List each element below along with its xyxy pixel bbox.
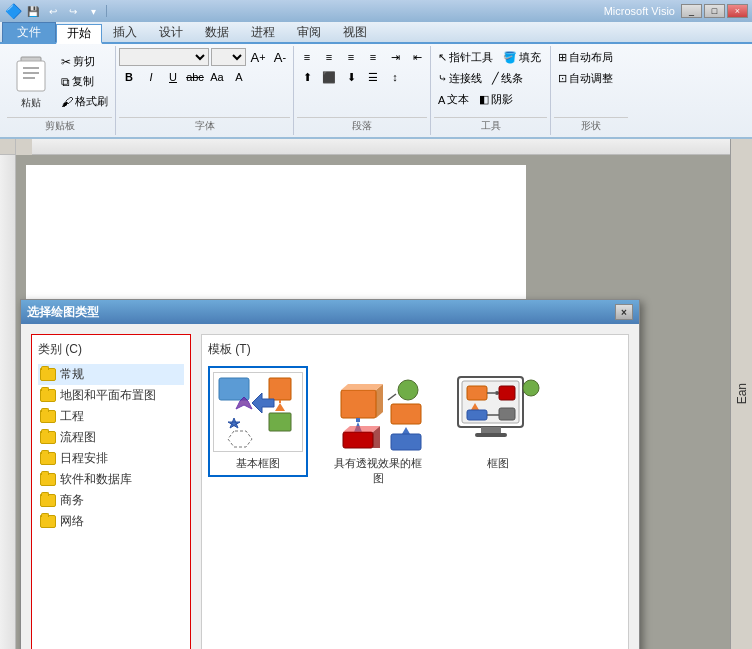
app-window: 🔷 💾 ↩ ↪ ▾ Microsoft Visio _ □ × 文件 开始 插入… xyxy=(0,0,752,649)
tab-file[interactable]: 文件 xyxy=(2,22,56,42)
para-row2: ⬆ ⬛ ⬇ ☰ ↕ xyxy=(297,68,405,86)
text-icon: A xyxy=(438,94,445,106)
close-btn[interactable]: × xyxy=(727,4,748,18)
align-left-btn[interactable]: ≡ xyxy=(297,48,317,66)
clipboard-top: 粘贴 ✂ 剪切 ⧉ 复制 🖌 格式 xyxy=(7,48,112,115)
category-item-engineering[interactable]: 工程 xyxy=(38,406,184,427)
app-icon: 🔷 xyxy=(4,3,22,19)
category-name-schedule: 日程安排 xyxy=(60,450,108,467)
format-brush-btn[interactable]: 🖌 格式刷 xyxy=(57,92,112,111)
align-center-btn[interactable]: ≡ xyxy=(319,48,339,66)
template-name-perspective: 具有透视效果的框图 xyxy=(334,456,422,486)
dialog-close-btn[interactable]: × xyxy=(615,304,633,320)
clipboard-label: 剪贴板 xyxy=(7,117,112,133)
decrease-font-btn[interactable]: A- xyxy=(270,48,290,66)
tab-review[interactable]: 审阅 xyxy=(286,22,332,42)
redo-quick-btn[interactable]: ↪ xyxy=(64,3,82,19)
save-quick-btn[interactable]: 💾 xyxy=(24,3,42,19)
folder-icon-maps xyxy=(40,389,56,402)
category-item-network[interactable]: 网络 xyxy=(38,511,184,532)
category-item-flowchart[interactable]: 流程图 xyxy=(38,427,184,448)
template-item-basic[interactable]: 基本框图 xyxy=(208,366,308,477)
content-area: Ean 选择绘图类型 × 类别 (C) 常规 xyxy=(0,139,752,649)
category-item-business[interactable]: 商务 xyxy=(38,490,184,511)
right-panel[interactable]: Ean xyxy=(730,139,752,649)
svg-rect-2 xyxy=(23,67,39,69)
font-color-btn[interactable]: A xyxy=(229,68,249,86)
underline-btn[interactable]: U xyxy=(163,68,183,86)
folder-icon-business xyxy=(40,494,56,507)
auto-layout-btn[interactable]: ⊞ 自动布局 xyxy=(554,48,617,67)
tab-insert[interactable]: 插入 xyxy=(102,22,148,42)
pointer-icon: ↖ xyxy=(438,51,447,64)
shadow-btn[interactable]: ◧ 阴影 xyxy=(475,90,517,109)
copy-btn[interactable]: ⧉ 复制 xyxy=(57,72,112,91)
tab-data[interactable]: 数据 xyxy=(194,22,240,42)
category-item-schedule[interactable]: 日程安排 xyxy=(38,448,184,469)
undo-quick-btn[interactable]: ↩ xyxy=(44,3,62,19)
text-btn[interactable]: A 文本 xyxy=(434,90,473,109)
increase-font-btn[interactable]: A+ xyxy=(248,48,268,66)
tab-process[interactable]: 进程 xyxy=(240,22,286,42)
dialog-body: 类别 (C) 常规 地图和平面布置图 工程 xyxy=(21,324,639,649)
template-preview-perspective xyxy=(333,372,423,452)
line-btn[interactable]: ╱ 线条 xyxy=(488,69,527,88)
svg-rect-36 xyxy=(467,410,487,420)
clipboard-group: 粘贴 ✂ 剪切 ⧉ 复制 🖌 格式 xyxy=(4,46,116,135)
paste-btn[interactable]: 粘贴 xyxy=(7,51,55,113)
svg-rect-5 xyxy=(219,378,249,400)
category-name-flowchart: 流程图 xyxy=(60,429,96,446)
tools-row3: A 文本 ◧ 阴影 xyxy=(434,90,517,109)
categories-label: 类别 (C) xyxy=(38,341,184,358)
minimize-btn[interactable]: _ xyxy=(681,4,702,18)
svg-marker-16 xyxy=(341,384,383,390)
template-item-frame[interactable]: 框图 xyxy=(448,366,548,477)
italic-btn[interactable]: I xyxy=(141,68,161,86)
category-name-software: 软件和数据库 xyxy=(60,471,132,488)
folder-icon-schedule xyxy=(40,452,56,465)
tools-row2: ⤷ 连接线 ╱ 线条 xyxy=(434,69,527,88)
folder-icon-general xyxy=(40,368,56,381)
tab-view[interactable]: 视图 xyxy=(332,22,378,42)
align-right-btn[interactable]: ≡ xyxy=(341,48,361,66)
tools-group: ↖ 指针工具 🪣 填充 ⤷ 连接线 xyxy=(431,46,551,135)
connector-btn[interactable]: ⤷ 连接线 xyxy=(434,69,486,88)
horizontal-ruler xyxy=(32,139,730,155)
fill-icon: 🪣 xyxy=(503,51,517,64)
qa-dropdown-btn[interactable]: ▾ xyxy=(84,3,102,19)
category-item-software[interactable]: 软件和数据库 xyxy=(38,469,184,490)
svg-point-39 xyxy=(523,380,539,396)
scissors-icon: ✂ xyxy=(61,55,71,69)
align-justify-btn[interactable]: ≡ xyxy=(363,48,383,66)
outdent-btn[interactable]: ⇤ xyxy=(407,48,427,66)
font-size-select[interactable] xyxy=(211,48,246,66)
category-name-business: 商务 xyxy=(60,492,84,509)
valign-top-btn[interactable]: ⬆ xyxy=(297,68,317,86)
strikethrough-btn[interactable]: abc xyxy=(185,68,205,86)
category-item-maps[interactable]: 地图和平面布置图 xyxy=(38,385,184,406)
auto-adjust-btn[interactable]: ⊡ 自动调整 xyxy=(554,69,617,88)
bold-btn[interactable]: B xyxy=(119,68,139,86)
font-select-row: A+ A- xyxy=(119,48,290,66)
svg-rect-24 xyxy=(391,404,421,424)
valign-bot-btn[interactable]: ⬇ xyxy=(341,68,361,86)
valign-mid-btn[interactable]: ⬛ xyxy=(319,68,339,86)
fill-btn[interactable]: 🪣 填充 xyxy=(499,48,545,67)
cut-btn[interactable]: ✂ 剪切 xyxy=(57,52,112,71)
indent-btn[interactable]: ⇥ xyxy=(385,48,405,66)
category-item-general[interactable]: 常规 xyxy=(38,364,184,385)
maximize-btn[interactable]: □ xyxy=(704,4,725,18)
line-spacing-btn[interactable]: ↕ xyxy=(385,68,405,86)
svg-rect-18 xyxy=(356,418,360,422)
svg-marker-11 xyxy=(228,431,252,447)
template-item-perspective[interactable]: 具有透视效果的框图 xyxy=(328,366,428,492)
categories-panel: 类别 (C) 常规 地图和平面布置图 工程 xyxy=(31,334,191,649)
font-family-select[interactable] xyxy=(119,48,209,66)
pointer-tool-btn[interactable]: ↖ 指针工具 xyxy=(434,48,497,67)
list-bullet-btn[interactable]: ☰ xyxy=(363,68,383,86)
font-case-btn[interactable]: Aa xyxy=(207,68,227,86)
paragraph-inner: ≡ ≡ ≡ ≡ ⇥ ⇤ ⬆ ⬛ ⬇ ☰ ↕ 段落 xyxy=(297,48,427,133)
shape-group: ⊞ 自动布局 ⊡ 自动调整 形状 xyxy=(551,46,631,135)
tab-home[interactable]: 开始 xyxy=(56,24,102,44)
tab-design[interactable]: 设计 xyxy=(148,22,194,42)
